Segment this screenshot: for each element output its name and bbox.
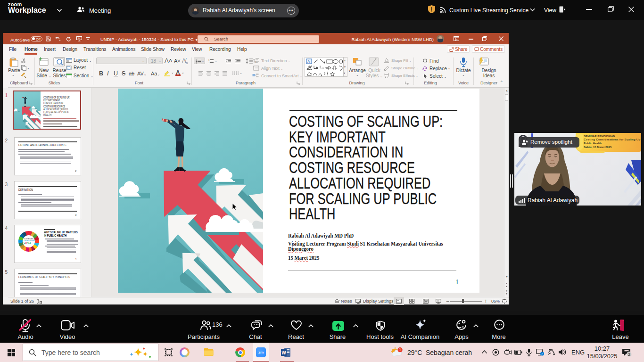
svg-text:A: A [307, 59, 310, 64]
svg-text:1: 1 [399, 347, 401, 352]
svg-text:2: 2 [208, 61, 210, 64]
svg-text:2: 2 [628, 352, 630, 357]
svg-text:W: W [281, 350, 286, 355]
